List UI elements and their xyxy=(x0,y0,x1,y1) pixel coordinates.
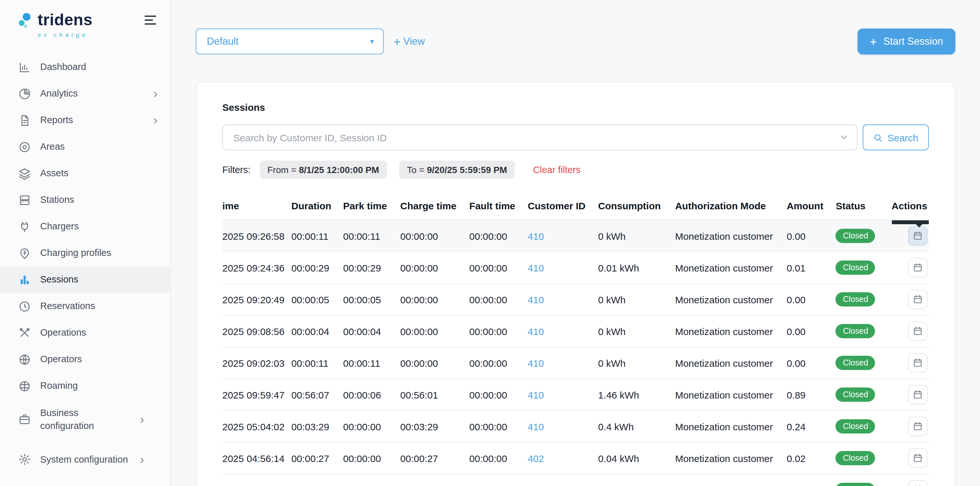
customer-id-link[interactable]: 402 xyxy=(528,453,544,464)
cell-start-time: 2025 04:56:14 xyxy=(222,442,291,474)
chevron-right-icon: › xyxy=(140,413,144,426)
dashboard-icon xyxy=(18,60,31,73)
sidebar-item-chargers[interactable]: Chargers xyxy=(0,213,170,240)
sidebar-item-system-configuration[interactable]: System configuration › xyxy=(0,439,170,480)
chevron-down-icon[interactable] xyxy=(839,132,849,145)
customer-id-link[interactable]: 410 xyxy=(528,326,544,337)
sidebar-item-label: System configuration xyxy=(40,453,131,466)
cell-consumption: 0 kWh xyxy=(598,347,675,379)
clear-filters-link[interactable]: Clear filters xyxy=(533,165,581,175)
cell-start-time: 2025 09:02:03 xyxy=(222,347,291,379)
column-header-actions: Actions xyxy=(891,192,929,220)
view-logs-button[interactable] xyxy=(908,417,928,436)
cell-amount: 0.00 xyxy=(786,284,836,315)
column-header-park-time[interactable]: Park time xyxy=(343,192,400,220)
search-input[interactable] xyxy=(222,124,858,150)
customer-id-link[interactable]: 410 xyxy=(528,262,544,273)
cell-park-time: 00:00:05 xyxy=(343,284,400,315)
cell-amount: 0.24 xyxy=(786,410,836,442)
add-view-button[interactable]: + View xyxy=(393,35,425,48)
status-badge: Closed xyxy=(836,324,875,338)
column-header-duration[interactable]: Duration xyxy=(291,192,343,220)
cell-start-time: 2025 09:24:36 xyxy=(222,252,291,284)
cell-fault-time: 00:00:00 xyxy=(469,315,528,347)
sidebar-item-sessions[interactable]: Sessions xyxy=(0,266,170,293)
column-header-status[interactable]: Status xyxy=(836,192,891,220)
view-logs-button[interactable] xyxy=(908,290,928,309)
status-badge: Closed xyxy=(836,292,875,307)
chevron-right-icon: › xyxy=(140,453,144,465)
add-view-label: View xyxy=(403,36,425,47)
customer-id-link[interactable]: 402 xyxy=(528,484,544,486)
customer-id-link[interactable]: 410 xyxy=(528,389,544,400)
reservations-icon xyxy=(18,300,31,313)
customer-id-link[interactable]: 410 xyxy=(528,357,544,368)
cell-auth-mode: Monetization customer xyxy=(675,474,786,486)
search-button-label: Search xyxy=(887,132,918,143)
main-content: Default ▾ + View + Start Session Session… xyxy=(171,0,980,486)
sidebar-item-assets[interactable]: Assets xyxy=(0,160,170,187)
view-select[interactable]: Default ▾ xyxy=(196,29,384,54)
cell-consumption: 1.46 kWh xyxy=(598,379,675,410)
view-logs-button[interactable] xyxy=(908,448,928,468)
cell-consumption: 0.01 kWh xyxy=(598,252,675,284)
areas-icon xyxy=(18,140,31,153)
sidebar-item-operators[interactable]: Operators xyxy=(0,346,170,373)
assets-icon xyxy=(18,167,31,180)
view-logs-button[interactable] xyxy=(908,385,928,404)
table-row: 2025 05:04:02 00:03:29 00:00:00 00:03:29… xyxy=(222,410,929,442)
column-header-consumption[interactable]: Consumption xyxy=(598,192,675,220)
sidebar-item-reports[interactable]: Reports › xyxy=(0,107,170,133)
view-logs-icon xyxy=(913,421,923,432)
column-header-authorization-mode[interactable]: Authorization Mode xyxy=(675,192,786,220)
start-session-button[interactable]: + Start Session xyxy=(857,29,955,54)
table-row: 2025 04:56:14 00:00:27 00:00:00 00:00:27… xyxy=(222,442,929,474)
sessions-icon xyxy=(18,273,31,286)
cell-duration: 00:00:11 xyxy=(291,347,343,379)
view-logs-button[interactable] xyxy=(908,258,928,277)
search-button[interactable]: Search xyxy=(863,124,929,150)
sidebar-item-reservations[interactable]: Reservations xyxy=(0,293,170,319)
sidebar-item-business-configuration[interactable]: Business configuration › xyxy=(0,399,170,439)
sidebar-item-roaming[interactable]: Roaming xyxy=(0,373,170,399)
view-logs-icon xyxy=(913,453,923,463)
view-logs-button[interactable] xyxy=(908,321,928,341)
sidebar-item-dashboard[interactable]: Dashboard xyxy=(0,54,170,80)
table-row: 2025 09:26:58 00:00:11 00:00:11 00:00:00… xyxy=(222,220,929,252)
cell-start-time: 2025 05:04:02 xyxy=(222,410,291,442)
cell-auth-mode: Monetization customer xyxy=(675,220,786,252)
sidebar-item-charging-profiles[interactable]: Charging profiles xyxy=(0,240,170,266)
cell-charge-time: 00:56:01 xyxy=(400,379,469,410)
cell-charge-time: 00:00:00 xyxy=(400,315,469,347)
sessions-panel: Sessions Search Filters: From = 8/1/25 1… xyxy=(196,82,955,486)
filter-chip-to[interactable]: To = 9/20/25 5:59:59 PM xyxy=(399,161,515,179)
table-row: 2025 09:08:56 00:00:04 00:00:04 00:00:00… xyxy=(222,315,929,347)
cell-duration: 00:00:05 xyxy=(291,284,343,315)
column-header-charge-time[interactable]: Charge time xyxy=(400,192,469,220)
customer-id-link[interactable]: 410 xyxy=(528,230,544,241)
column-header-fault-time[interactable]: Fault time xyxy=(469,192,528,220)
view-logs-button[interactable] xyxy=(908,353,928,373)
cell-duration: 00:03:29 xyxy=(291,410,343,442)
sidebar: tridens ev charge Dashboard Analytics › … xyxy=(0,0,171,486)
cell-park-time: 00:00:29 xyxy=(343,252,400,284)
cell-duration: 00:00:04 xyxy=(291,315,343,347)
view-logs-button[interactable] xyxy=(908,480,928,486)
filter-chip-value: 9/20/25 5:59:59 PM xyxy=(427,165,507,175)
cell-park-time: 00:00:00 xyxy=(343,410,400,442)
sidebar-item-operations[interactable]: Operations xyxy=(0,319,170,346)
operators-icon xyxy=(18,353,31,366)
column-header-start-time[interactable]: ime xyxy=(222,192,291,220)
filter-chip-from[interactable]: From = 8/1/25 12:00:00 PM xyxy=(259,161,387,179)
column-header-customer-id[interactable]: Customer ID xyxy=(528,192,598,220)
sidebar-item-label: Areas xyxy=(40,140,159,154)
sidebar-toggle-button[interactable] xyxy=(145,16,156,25)
view-select-value: Default xyxy=(207,36,239,47)
sidebar-item-stations[interactable]: Stations xyxy=(0,187,170,213)
brand-logo: tridens ev charge xyxy=(18,12,93,38)
customer-id-link[interactable]: 410 xyxy=(528,294,544,305)
sidebar-item-areas[interactable]: Areas xyxy=(0,133,170,160)
column-header-amount[interactable]: Amount xyxy=(786,192,836,220)
customer-id-link[interactable]: 410 xyxy=(528,421,544,432)
sidebar-item-analytics[interactable]: Analytics › xyxy=(0,80,170,107)
